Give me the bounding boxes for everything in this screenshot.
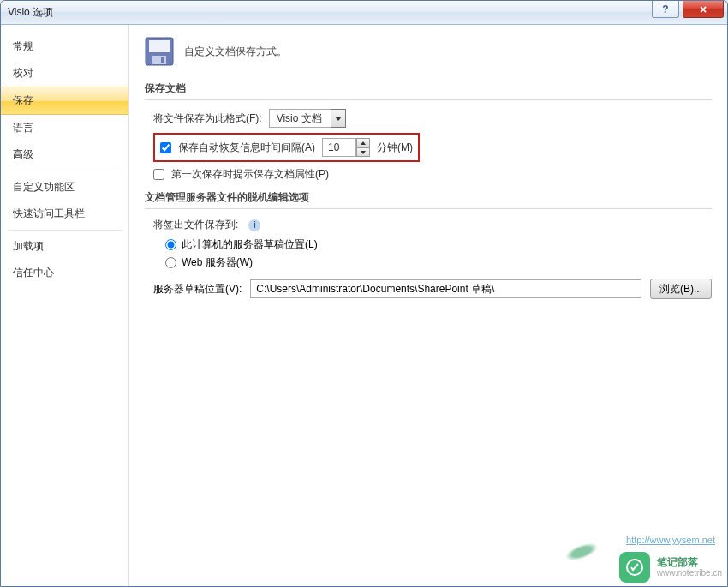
sidebar-item-save[interactable]: 保存	[1, 87, 128, 115]
sidebar-item-label: 常规	[13, 40, 33, 52]
dialog-body: 常规 校对 保存 语言 高级 自定义功能区 快速访问工具栏 加载项 信任中心 自…	[1, 25, 727, 586]
titlebar: Visio 选项 ? ×	[1, 1, 727, 25]
sidebar-separator	[8, 230, 122, 231]
watermark-logo-icon	[619, 552, 650, 583]
checkout-label: 将签出文件保存到:	[153, 218, 238, 232]
radio-local-label: 此计算机的服务器草稿位置(L)	[182, 237, 318, 252]
save-format-label: 将文件保存为此格式(F):	[153, 111, 262, 126]
autosave-checkbox[interactable]	[160, 142, 171, 153]
chevron-down-icon	[361, 151, 366, 154]
sidebar-item-label: 快速访问工具栏	[13, 207, 85, 219]
radio-local-drafts[interactable]	[165, 239, 176, 250]
sidebar-item-advanced[interactable]: 高级	[1, 141, 128, 168]
close-icon: ×	[700, 3, 707, 15]
chevron-down-icon	[335, 117, 342, 121]
combo-dropdown-button[interactable]	[331, 109, 346, 128]
spinner-down-button[interactable]	[356, 147, 370, 157]
watermark-subtitle: www.notetribe.cn	[657, 568, 722, 578]
sidebar-item-label: 信任中心	[13, 267, 54, 279]
sidebar-item-general[interactable]: 常规	[1, 33, 128, 60]
sidebar-item-language[interactable]: 语言	[1, 115, 128, 141]
draft-path-input[interactable]	[250, 279, 641, 298]
draft-path-row: 服务器草稿位置(V): 浏览(B)...	[153, 279, 712, 299]
sidebar-item-custom-ribbon[interactable]: 自定义功能区	[1, 174, 128, 201]
save-format-row: 将文件保存为此格式(F): Visio 文档	[153, 109, 712, 128]
sidebar-item-label: 保存	[13, 94, 33, 106]
save-disk-icon	[145, 37, 174, 66]
watermark-leaf	[563, 540, 600, 565]
sidebar-item-proofing[interactable]: 校对	[1, 60, 128, 87]
autosave-unit: 分钟(M)	[377, 141, 413, 155]
radio-web-server[interactable]	[165, 257, 176, 268]
chevron-up-icon	[361, 141, 366, 145]
section-offline-edit: 文档管理服务器文件的脱机编辑选项	[145, 187, 712, 209]
sidebar-item-addins[interactable]: 加载项	[1, 233, 128, 260]
sidebar-item-quick-access[interactable]: 快速访问工具栏	[1, 201, 128, 227]
draft-path-label: 服务器草稿位置(V):	[153, 282, 242, 296]
radio-web-row: Web 服务器(W)	[165, 255, 712, 270]
help-icon: ?	[662, 3, 668, 15]
info-icon[interactable]: i	[248, 219, 260, 231]
first-save-checkbox[interactable]	[153, 169, 164, 180]
autosave-highlight: 保存自动恢复信息时间间隔(A) 10 分钟(M)	[153, 133, 420, 162]
window-title: Visio 选项	[8, 5, 53, 20]
browse-button-label: 浏览(B)...	[659, 283, 702, 295]
panel-header-text: 自定义文档保存方式。	[184, 45, 287, 59]
checkout-label-row: 将签出文件保存到: i	[153, 218, 712, 232]
window-controls: ? ×	[652, 1, 727, 18]
save-format-value: Visio 文档	[269, 109, 331, 128]
radio-local-row: 此计算机的服务器草稿位置(L)	[165, 237, 712, 252]
first-save-row: 第一次保存时提示保存文档属性(P)	[153, 167, 712, 182]
save-format-combo[interactable]: Visio 文档	[269, 109, 346, 128]
sidebar-item-trust-center[interactable]: 信任中心	[1, 260, 128, 286]
autosave-interval-value[interactable]: 10	[322, 138, 356, 157]
sidebar-item-label: 高级	[13, 148, 33, 160]
options-dialog: Visio 选项 ? × 常规 校对 保存 语言 高级 自定义功能区 快速访问工…	[0, 0, 728, 587]
watermark-text: 笔记部落 www.notetribe.cn	[657, 557, 722, 578]
help-button[interactable]: ?	[652, 1, 679, 18]
svg-rect-1	[149, 40, 170, 52]
svg-rect-3	[161, 57, 164, 63]
first-save-label: 第一次保存时提示保存文档属性(P)	[171, 167, 329, 182]
watermark-title: 笔记部落	[657, 557, 722, 568]
sidebar: 常规 校对 保存 语言 高级 自定义功能区 快速访问工具栏 加载项 信任中心	[1, 25, 129, 586]
autosave-interval-spinner[interactable]: 10	[322, 138, 370, 157]
sidebar-item-label: 加载项	[13, 240, 44, 252]
radio-web-label: Web 服务器(W)	[182, 255, 253, 270]
watermark: 笔记部落 www.notetribe.cn	[619, 552, 722, 583]
autosave-row: 保存自动恢复信息时间间隔(A) 10 分钟(M)	[153, 133, 712, 162]
sidebar-item-label: 校对	[13, 67, 33, 79]
autosave-label: 保存自动恢复信息时间间隔(A)	[178, 141, 315, 155]
main-panel: 自定义文档保存方式。 保存文档 将文件保存为此格式(F): Visio 文档 保…	[129, 25, 727, 586]
browse-button[interactable]: 浏览(B)...	[650, 279, 712, 299]
close-button[interactable]: ×	[683, 1, 724, 18]
sidebar-item-label: 自定义功能区	[13, 181, 75, 193]
spinner-up-button[interactable]	[356, 138, 370, 147]
panel-header: 自定义文档保存方式。	[145, 37, 712, 66]
sidebar-separator	[8, 171, 122, 171]
watermark-url: http://www.yysem.net	[626, 535, 715, 545]
spinner-buttons	[356, 138, 370, 157]
sidebar-item-label: 语言	[13, 122, 33, 134]
section-save-docs: 保存文档	[145, 78, 712, 100]
